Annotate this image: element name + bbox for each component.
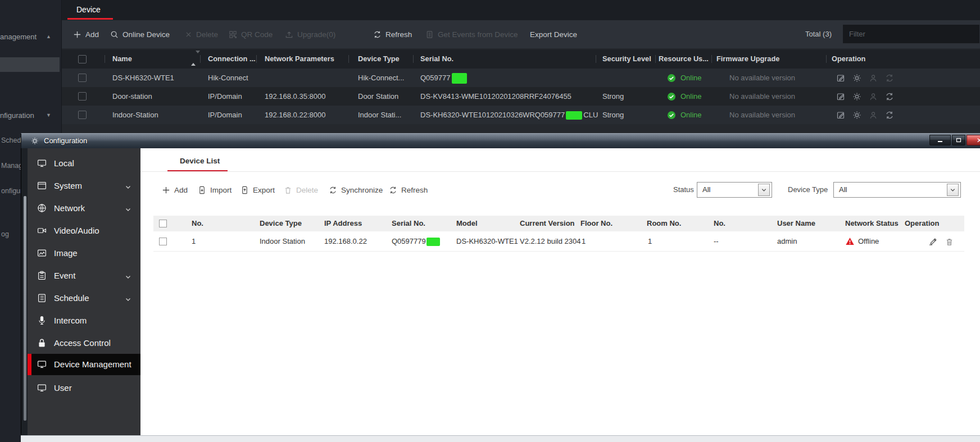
add-button[interactable]: Add (73, 20, 99, 48)
cell-no-2: -- (714, 231, 719, 252)
row-checkbox[interactable] (78, 74, 87, 82)
col-connection[interactable]: Connection ... (208, 49, 256, 69)
status-label: Status (673, 181, 694, 198)
export-button[interactable]: Export (241, 181, 275, 198)
chevron-down-icon[interactable] (758, 184, 770, 196)
sidebar-item-system[interactable]: System (28, 175, 140, 197)
col-operation: Operation (832, 49, 865, 69)
edit-icon[interactable] (836, 111, 845, 120)
close-button[interactable]: ✕ (967, 135, 980, 145)
search-icon (110, 30, 119, 39)
edit-icon[interactable] (836, 92, 845, 101)
cell-status: Online (667, 69, 702, 87)
online-device-button[interactable]: Online Device (110, 20, 170, 48)
globe-icon (37, 203, 47, 213)
plus-icon (162, 186, 170, 194)
gear-icon[interactable] (852, 74, 861, 83)
sidebar-item-access-control[interactable]: Access Control (28, 332, 140, 354)
nav-item-highlighted[interactable] (0, 57, 60, 72)
cell-status: Online (667, 87, 702, 106)
dialog-title: Configuration (44, 134, 87, 149)
maximize-button[interactable] (952, 135, 965, 145)
dialog-sidebar: Local System Network Video/Audio Image E… (28, 148, 140, 435)
delete-button[interactable]: Delete (185, 20, 218, 48)
configuration-dialog: Configuration ✕ Local System Network Vid… (21, 133, 980, 442)
chevron-down-icon[interactable] (947, 184, 959, 196)
user-icon[interactable] (869, 92, 878, 101)
chevron-down-icon[interactable] (125, 272, 131, 282)
sidebar-item-intercom[interactable]: Intercom (28, 310, 140, 331)
export-device-button[interactable]: Export Device (530, 20, 577, 48)
minimize-button[interactable] (929, 135, 951, 145)
status-select[interactable]: All (697, 182, 772, 198)
chevron-down-icon[interactable] (125, 295, 131, 305)
minimize-icon (937, 138, 943, 143)
tab-device-list[interactable]: Device List (180, 153, 220, 170)
user-icon[interactable] (869, 111, 878, 120)
device-table-header: Name Connection ... Network Parameters D… (62, 49, 980, 69)
sync-icon[interactable] (885, 92, 894, 101)
nav-item-log[interactable]: og (1, 230, 9, 238)
sort-desc-icon[interactable] (196, 51, 200, 63)
sidebar-item-network[interactable]: Network (28, 198, 140, 219)
col-firmware-upgrade[interactable]: Firmware Upgrade (716, 49, 779, 69)
sync-icon[interactable] (885, 74, 894, 83)
col-network-parameters[interactable]: Network Parameters (265, 49, 334, 69)
edit-icon[interactable] (928, 237, 937, 246)
tab-device[interactable]: Device (76, 0, 101, 20)
nav-item-management[interactable]: anagement (0, 33, 37, 41)
table-row[interactable]: DS-KH6320-WTE1 Hik-Connect Hik-Connect..… (62, 69, 980, 87)
chevron-down-icon[interactable] (125, 183, 131, 193)
sidebar-item-event[interactable]: Event (28, 265, 140, 286)
trash-icon[interactable] (945, 238, 954, 246)
row-checkbox[interactable] (78, 92, 87, 101)
sidebar-item-local[interactable]: Local (28, 153, 140, 174)
sidebar-item-video-audio[interactable]: Video/Audio (28, 220, 140, 241)
sidebar-item-user[interactable]: User (28, 377, 140, 399)
sort-asc-icon[interactable] (191, 53, 196, 66)
row-checkbox[interactable] (159, 238, 167, 245)
col-device-type[interactable]: Device Type (358, 49, 400, 69)
table-row[interactable]: Door-station IP/Domain 192.168.0.35:8000… (62, 87, 980, 106)
table-row[interactable]: Indoor-Station IP/Domain 192.168.0.22:80… (62, 106, 980, 124)
refresh-button[interactable]: Refresh (389, 181, 428, 198)
sidebar-item-image[interactable]: Image (28, 243, 140, 264)
qr-code-icon (229, 30, 237, 39)
dialog-titlebar[interactable]: Configuration ✕ (21, 133, 980, 148)
dialog-frame-bottom (21, 435, 980, 442)
delete-button[interactable]: Delete (284, 181, 318, 198)
import-button[interactable]: Import (198, 181, 232, 198)
col-security-level[interactable]: Security Level (602, 49, 651, 69)
get-events-button[interactable]: Get Events from Device (425, 20, 518, 48)
refresh-button[interactable]: Refresh (373, 20, 412, 48)
gear-icon[interactable] (852, 111, 861, 120)
sync-icon[interactable] (885, 111, 894, 120)
edit-icon[interactable] (836, 74, 845, 83)
cell-room: 1 (648, 231, 652, 252)
nav-item-configuration[interactable]: nfiguration (0, 111, 34, 120)
qr-code-button[interactable]: QR Code (229, 20, 273, 48)
sort-arrows[interactable] (191, 53, 197, 63)
sidebar-item-schedule[interactable]: Schedule (28, 288, 140, 309)
select-all-checkbox[interactable] (78, 55, 87, 63)
sidebar-item-device-management[interactable]: Device Management (28, 354, 140, 375)
select-all-checkbox[interactable] (159, 220, 167, 227)
col-resource-usage[interactable]: Resource Us... (659, 49, 709, 69)
check-circle-icon (667, 111, 676, 120)
filter-input[interactable] (843, 25, 979, 43)
add-button[interactable]: Add (162, 181, 188, 198)
nav-item-configure[interactable]: onfigur (1, 187, 22, 195)
user-icon[interactable] (869, 74, 878, 83)
col-name[interactable]: Name (112, 49, 132, 69)
chevron-down-icon[interactable] (125, 205, 131, 215)
import-icon (198, 186, 206, 194)
gear-icon[interactable] (852, 92, 861, 101)
row-checkbox[interactable] (78, 111, 87, 119)
device-list-row[interactable]: 1 Indoor Station 192.168.0.22 Q0597779 D… (153, 231, 964, 252)
col-serial-no[interactable]: Serial No. (420, 49, 453, 69)
synchronize-button[interactable]: Synchronize (329, 181, 383, 198)
warning-triangle-icon (845, 237, 855, 246)
device-type-select[interactable]: All (833, 182, 961, 198)
upgrade-button[interactable]: Upgrade(0) (285, 20, 335, 48)
tab-active-underline (67, 18, 113, 20)
